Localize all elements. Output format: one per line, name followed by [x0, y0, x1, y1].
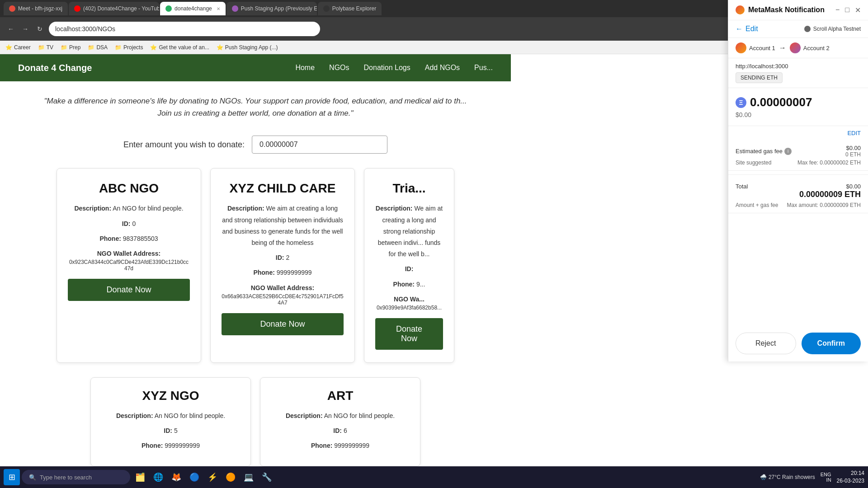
- ngo-card-xyz-child: XYZ CHILD CARE Description: We aim at cr…: [210, 168, 355, 362]
- back-button[interactable]: ←: [5, 23, 16, 34]
- taskbar-right: 🌧️ 27°C Rain showers ENGIN 20:14 26-03-2…: [760, 469, 864, 485]
- gas-fee-values: $0.00 0 ETH: [845, 145, 861, 158]
- forward-button[interactable]: →: [20, 23, 31, 34]
- eth-amount-value: 0.00000007: [750, 95, 812, 109]
- max-amount-label: Max amount:: [787, 202, 818, 208]
- metamask-site: http://localhost:3000 SENDING ETH: [728, 58, 868, 88]
- account2: Account 2: [790, 42, 830, 53]
- ngo-phone-abc: Phone: 9837885503: [68, 233, 190, 244]
- bookmark-dsa[interactable]: 📁DSA: [88, 44, 108, 51]
- hero-line1: "Make a difference in someone's life by …: [18, 95, 493, 107]
- account2-icon: [790, 42, 801, 53]
- total-label: Total: [736, 183, 748, 199]
- ngo-id-xyz-ngo: ID: 5: [102, 425, 240, 436]
- ngo-id-art: ID: 6: [271, 425, 409, 436]
- ngo-desc-art: Description: An NGO for blind people.: [271, 410, 409, 422]
- search-icon: 🔍: [29, 474, 36, 481]
- ngo-name-art: ART: [271, 389, 409, 403]
- ngo-phone-partial: Phone: 9...: [375, 279, 443, 290]
- scroll-alpha-label: Scroll Alpha Testnet: [813, 26, 861, 32]
- metamask-logo-icon: [736, 5, 745, 14]
- tab-label-meet: Meet - bfh-jsgz-xxj: [18, 5, 62, 12]
- bookmark-projects[interactable]: 📁Projects: [115, 44, 143, 51]
- taskbar: ⊞ 🔍 Type here to search 🗂️ 🌐 🦊 🔵 ⚡ 🟠 💻 🔧…: [0, 466, 868, 488]
- bookmark-pushstaging[interactable]: ⭐Push Staging App (...): [217, 44, 278, 51]
- tab-push[interactable]: Push Staging App (Previously EPNS) |: [226, 2, 317, 15]
- taskbar-icon6[interactable]: 💻: [241, 469, 257, 485]
- ngo-card-art: ART Description: An NGO for blind people…: [260, 377, 420, 467]
- nav-home[interactable]: Home: [295, 64, 315, 72]
- gas-row: Estimated gas fee i $0.00 0 ETH: [736, 145, 861, 158]
- edit-link[interactable]: ← Edit: [736, 25, 758, 33]
- metamask-header: MetaMask Notification − □ ✕: [728, 0, 868, 20]
- info-icon[interactable]: i: [784, 148, 792, 155]
- bookmark-tv[interactable]: 📁TV: [38, 44, 53, 51]
- taskbar-icon5[interactable]: 🟠: [222, 469, 239, 485]
- donation-amount-input[interactable]: [252, 136, 387, 154]
- tab-polybase[interactable]: Polybase Explorer: [318, 2, 382, 15]
- nav-donation-logs[interactable]: Donation Logs: [364, 64, 410, 72]
- account2-label: Account 2: [803, 45, 830, 52]
- edit-details-link[interactable]: EDIT: [728, 126, 868, 140]
- tab-donate4change[interactable]: donate4change ✕: [160, 2, 226, 15]
- ngo-card-partial: Tria... Description: We aim at creating …: [364, 168, 454, 362]
- bookmark-getvalue[interactable]: ⭐Get the value of an...: [150, 44, 209, 51]
- network-icon: [804, 26, 811, 32]
- ngo-wallet-label-xyz-child: NGO Wallet Address:: [222, 284, 344, 291]
- tab-icon-youtube: [74, 5, 80, 12]
- donation-input-section: Enter amount you wish to donate:: [0, 128, 511, 161]
- total-section: Total $0.00 0.00000009 ETH Amount + gas …: [728, 178, 868, 213]
- metamask-panel: MetaMask Notification − □ ✕ ← Edit Scrol…: [728, 0, 868, 361]
- sending-badge: SENDING ETH: [736, 72, 783, 83]
- taskbar-clock: 20:14 26-03-2023: [837, 469, 864, 485]
- bookmark-prep[interactable]: 📁Prep: [61, 44, 80, 51]
- site-url: http://localhost:3000: [736, 63, 861, 70]
- tab-icon-polybase: [323, 5, 330, 12]
- clock-date: 26-03-2023: [837, 477, 864, 485]
- nav-push[interactable]: Pus...: [474, 64, 493, 72]
- hero-line2: Join us in creating a better world, one …: [18, 107, 493, 119]
- edit-label: Edit: [745, 25, 758, 33]
- site-suggested-label: Site suggested: [736, 160, 771, 166]
- usd-amount: $0.00: [736, 111, 861, 118]
- tab-close-icon[interactable]: ✕: [217, 6, 220, 11]
- account1: Account 1: [736, 42, 775, 53]
- ngo-card-grid-bottom: XYZ NGO Description: An NGO for blind pe…: [0, 370, 511, 474]
- tab-label-youtube: (402) Donate4Change - YouTube: [83, 5, 159, 12]
- close-icon[interactable]: ✕: [855, 6, 861, 14]
- maximize-icon[interactable]: □: [845, 6, 849, 14]
- taskbar-file-icon[interactable]: 🗂️: [132, 469, 148, 485]
- nav-add-ngos[interactable]: Add NGOs: [425, 64, 460, 72]
- ngo-wallet-addr-abc: 0x923CA8344c0Caf9CDe423AfdE339Dc121b0cc4…: [68, 259, 190, 272]
- nav-links: Home NGOs Donation Logs Add NGOs Pus...: [295, 64, 493, 72]
- address-input[interactable]: localhost:3000/NGOs: [49, 22, 320, 36]
- bookmark-career[interactable]: ⭐Career: [5, 44, 31, 51]
- gas-usd: $0.00: [845, 145, 861, 151]
- taskbar-chrome-icon[interactable]: 🌐: [150, 469, 166, 485]
- start-button[interactable]: ⊞: [4, 469, 20, 485]
- nav-ngos[interactable]: NGOs: [329, 64, 349, 72]
- tab-label-push: Push Staging App (Previously EPNS) |: [241, 5, 317, 12]
- tab-meet[interactable]: Meet - bfh-jsgz-xxj: [4, 2, 68, 15]
- site-nav: Donate 4 Change Home NGOs Donation Logs …: [0, 54, 511, 81]
- weather-text: 27°C Rain showers: [769, 474, 815, 480]
- taskbar-icon3[interactable]: 🔵: [186, 469, 203, 485]
- donate-btn-abc[interactable]: Donate Now: [68, 279, 190, 301]
- max-fee-value: 0.00000002 ETH: [820, 160, 861, 166]
- refresh-button[interactable]: ↻: [34, 23, 45, 34]
- taskbar-icon4[interactable]: ⚡: [204, 469, 221, 485]
- ngo-desc-partial: Description: We aim at creating a long a…: [375, 203, 443, 260]
- reject-button[interactable]: Reject: [736, 333, 796, 354]
- confirm-button[interactable]: Confirm: [802, 333, 861, 354]
- scroll-alpha-badge: Scroll Alpha Testnet: [804, 26, 861, 32]
- taskbar-search[interactable]: 🔍 Type here to search: [22, 470, 130, 484]
- site-suggested-row: Site suggested Max fee: 0.00000002 ETH: [736, 160, 861, 166]
- minimize-icon[interactable]: −: [835, 6, 840, 14]
- taskbar-icon7[interactable]: 🔧: [259, 469, 275, 485]
- tab-icon-meet: [9, 5, 15, 12]
- donate-btn-xyz-child[interactable]: Donate Now: [222, 313, 344, 335]
- tab-youtube[interactable]: (402) Donate4Change - YouTube: [69, 2, 159, 15]
- total-row: Total $0.00 0.00000009 ETH: [736, 183, 861, 199]
- donate-btn-partial[interactable]: Donate Now: [375, 318, 443, 350]
- taskbar-icon2[interactable]: 🦊: [168, 469, 184, 485]
